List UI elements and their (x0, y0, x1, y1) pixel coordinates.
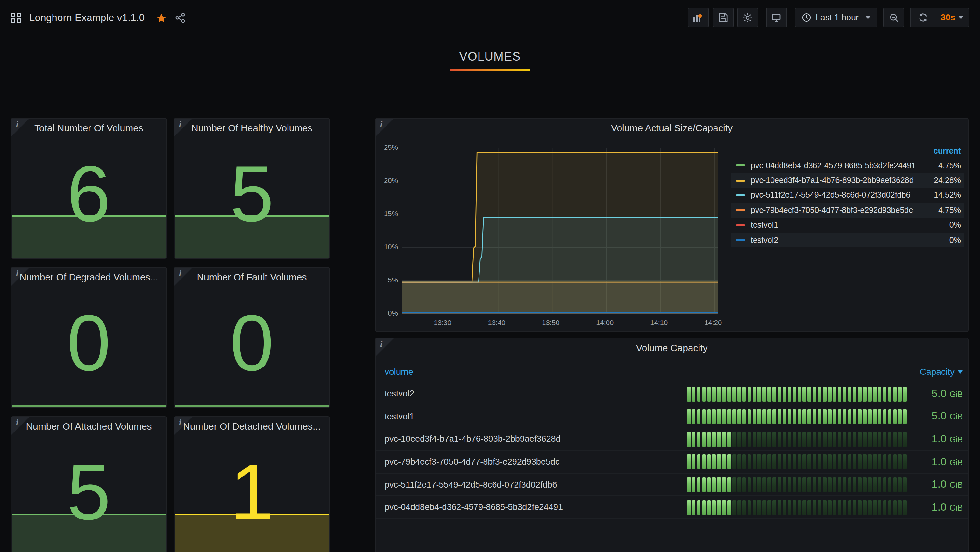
capacity-lcd-gauge (687, 409, 912, 424)
stat-panel: i Number Of Fault Volumes 0 (174, 267, 330, 408)
capacity-value: 1.0 GiB (932, 455, 963, 468)
x-axis-tick: 13:30 (434, 319, 452, 326)
table-row: testvol1 5.0 GiB (376, 405, 968, 428)
chevron-down-icon (958, 16, 963, 19)
legend-series-name: pvc-04dd8eb4-d362-4579-8685-5b3d2fe24491 (751, 161, 938, 170)
refresh-control: 30s (910, 8, 969, 27)
section-header-volumes: VOLUMES (0, 50, 980, 71)
panel-title[interactable]: Number Of Detached Volumes... (175, 421, 329, 432)
time-range-label: Last 1 hour (816, 13, 859, 22)
refresh-interval-label: 30s (941, 13, 955, 22)
panel-volume-actual-size-capacity: i Volume Actual Size/Capacity 0%5%10%15%… (375, 118, 969, 332)
stat-panel: i Number Of Degraded Volumes... 0 (11, 267, 167, 408)
stat-sparkline (175, 514, 329, 552)
navbar: Longhorn Example v1.1.0 (0, 0, 980, 36)
panel-title[interactable]: Number Of Attached Volumes (11, 421, 166, 432)
section-underline (450, 70, 530, 71)
panel-title[interactable]: Number Of Healthy Volumes (175, 122, 329, 133)
grafana-dashboard: Longhorn Example v1.1.0 (0, 0, 980, 552)
chart-legend: current pvc-04dd8eb4-d362-4579-8685-5b3d… (731, 147, 964, 247)
y-axis-tick: 15% (384, 210, 398, 217)
panel-title[interactable]: Volume Actual Size/Capacity (376, 122, 968, 133)
save-dashboard-button[interactable] (713, 8, 733, 27)
legend-item[interactable]: testvol2 0% (731, 233, 964, 247)
table-row: pvc-10eed3f4-b7a1-4b76-893b-2bb9aef3628d… (376, 428, 968, 451)
stat-panel: i Number Of Attached Volumes 5 (11, 416, 167, 552)
volume-name: pvc-04dd8eb4-d362-4579-8685-5b3d2fe24491 (376, 503, 563, 512)
dashboard-toolbar: Last 1 hour 30s (688, 8, 969, 27)
refresh-button[interactable] (911, 8, 936, 27)
volume-name: testvol1 (376, 412, 414, 421)
refresh-interval-dropdown[interactable]: 30s (936, 8, 969, 27)
capacity-lcd-gauge (687, 477, 912, 492)
x-axis-tick: 14:10 (650, 319, 668, 326)
capacity-value: 5.0 GiB (932, 388, 963, 400)
stat-panel: i Total Number Of Volumes 6 (11, 118, 167, 259)
x-axis-tick: 13:40 (488, 319, 505, 326)
table-row: pvc-511f2e17-5549-42d5-8c6d-072f3d02fdb6… (376, 474, 968, 496)
legend-series-swatch (736, 224, 745, 226)
capacity-value: 1.0 GiB (932, 478, 963, 491)
zoom-out-button[interactable] (883, 8, 905, 27)
legend-series-swatch (736, 195, 745, 196)
legend-series-current-value: 24.28% (934, 176, 961, 185)
table-header: volume Capacity (376, 361, 968, 383)
legend-value-header[interactable]: current (731, 147, 964, 158)
tv-mode-button[interactable] (766, 8, 787, 27)
dashboard-settings-button[interactable] (737, 8, 759, 27)
legend-item[interactable]: pvc-511f2e17-5549-42d5-8c6d-072f3d02fdb6… (731, 188, 964, 203)
panel-title[interactable]: Number Of Degraded Volumes... (11, 271, 166, 282)
legend-item[interactable]: pvc-04dd8eb4-d362-4579-8685-5b3d2fe24491… (731, 158, 964, 173)
x-axis-tick: 14:00 (596, 319, 614, 326)
stat-value: 0 (175, 303, 329, 383)
legend-series-current-value: 0% (950, 221, 961, 230)
y-axis-tick: 20% (384, 177, 398, 184)
y-axis-tick: 10% (384, 243, 398, 250)
capacity-lcd-gauge (687, 387, 912, 401)
stat-sparkline (12, 514, 165, 552)
legend-series-name: testvol1 (751, 221, 950, 230)
dashboard-title: Longhorn Example v1.1.0 (29, 12, 145, 24)
legend-series-name: pvc-10eed3f4-b7a1-4b76-893b-2bb9aef3628d (751, 176, 934, 185)
stat-sparkline (175, 215, 329, 257)
x-axis-tick: 14:20 (704, 319, 722, 326)
stat-panel: i Number Of Healthy Volumes 5 (174, 118, 330, 259)
table-row: testvol2 5.0 GiB (376, 383, 968, 405)
dashboard-grid-icon[interactable] (11, 13, 21, 23)
y-axis-tick: 5% (388, 276, 398, 284)
capacity-lcd-gauge (687, 455, 912, 469)
stat-sparkline (12, 405, 165, 407)
legend-item[interactable]: testvol1 0% (731, 218, 964, 233)
time-range-picker[interactable]: Last 1 hour (795, 8, 878, 27)
legend-item[interactable]: pvc-79b4ecf3-7050-4d77-8bf3-e292d93be5dc… (731, 203, 964, 218)
legend-series-swatch (736, 209, 745, 211)
y-axis-tick: 25% (384, 144, 398, 151)
legend-series-swatch (736, 179, 745, 181)
legend-series-current-value: 0% (950, 236, 961, 244)
legend-series-swatch (736, 164, 745, 166)
capacity-value: 1.0 GiB (932, 433, 963, 445)
panel-title[interactable]: Total Number Of Volumes (11, 122, 166, 133)
star-icon[interactable] (156, 13, 167, 23)
column-header-capacity[interactable]: Capacity (920, 367, 963, 377)
panel-title[interactable]: Volume Capacity (376, 342, 968, 353)
legend-item[interactable]: pvc-10eed3f4-b7a1-4b76-893b-2bb9aef3628d… (731, 173, 964, 188)
column-header-volume[interactable]: volume (376, 367, 413, 377)
capacity-lcd-gauge (687, 432, 912, 447)
legend-series-current-value: 4.75% (938, 206, 961, 215)
x-axis-tick: 13:50 (542, 319, 559, 326)
timeseries-plot[interactable] (402, 148, 718, 314)
capacity-lcd-gauge (687, 500, 912, 515)
legend-series-name: pvc-79b4ecf3-7050-4d77-8bf3-e292d93be5dc (751, 206, 938, 215)
table-row: pvc-79b4ecf3-7050-4d77-8bf3-e292d93be5dc… (376, 451, 968, 474)
volume-name: pvc-79b4ecf3-7050-4d77-8bf3-e292d93be5dc (376, 457, 559, 467)
volume-name: pvc-10eed3f4-b7a1-4b76-893b-2bb9aef3628d (376, 434, 560, 444)
share-icon[interactable] (175, 13, 186, 23)
table-row: pvc-04dd8eb4-d362-4579-8685-5b3d2fe24491… (376, 496, 968, 519)
capacity-value: 1.0 GiB (932, 501, 963, 514)
stat-value: 0 (11, 303, 166, 383)
stat-panel: i Number Of Detached Volumes... 1 (174, 416, 330, 552)
panel-title[interactable]: Number Of Fault Volumes (175, 271, 329, 282)
add-panel-button[interactable] (688, 8, 709, 27)
stat-sparkline (175, 405, 329, 407)
